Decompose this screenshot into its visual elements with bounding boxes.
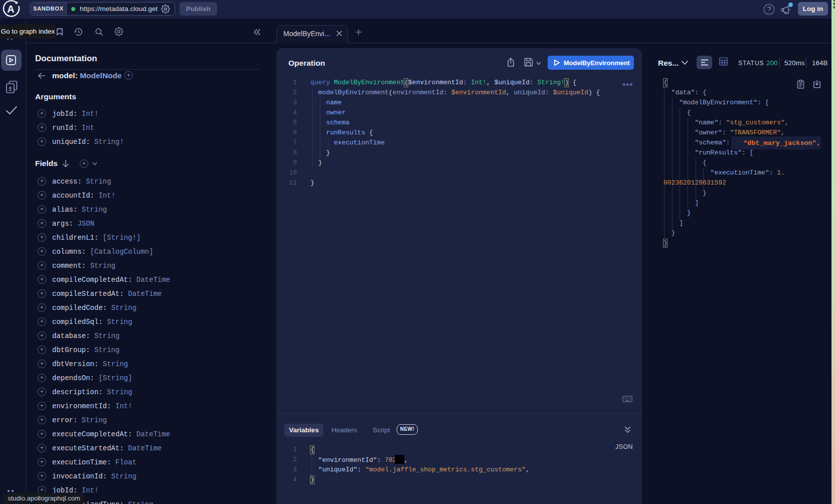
svg-text:A: A bbox=[7, 4, 14, 15]
